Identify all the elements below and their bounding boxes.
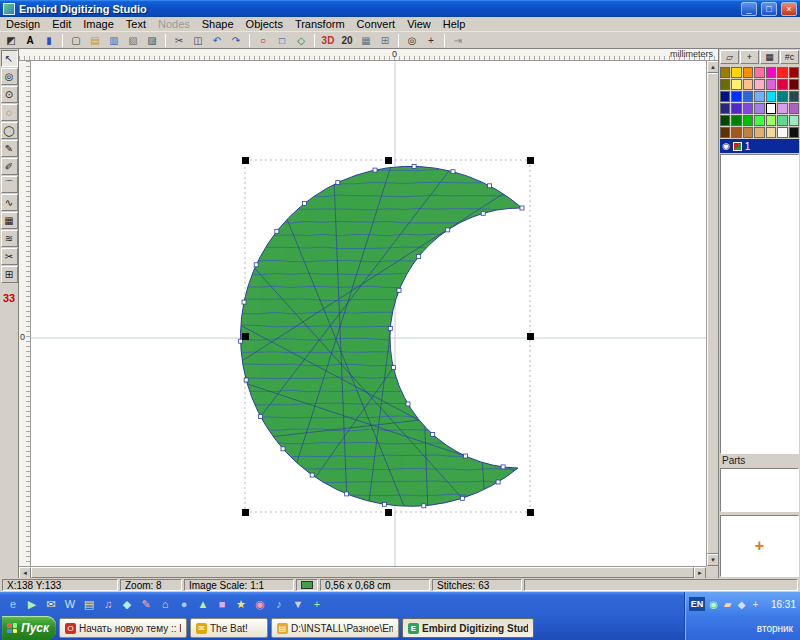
view-3d-icon[interactable]: 3D <box>319 33 337 48</box>
outline-node[interactable] <box>388 327 392 331</box>
selection-handle[interactable] <box>385 509 392 516</box>
outline-node[interactable] <box>412 164 416 168</box>
outline-node[interactable] <box>275 229 279 233</box>
print-icon[interactable]: ▨ <box>143 33 161 48</box>
knife-icon[interactable]: ✂ <box>1 248 18 265</box>
palette-swatch[interactable] <box>789 79 799 90</box>
arc-icon[interactable]: ⌒ <box>1 176 18 193</box>
pan-icon[interactable]: + <box>422 33 440 48</box>
palette-swatch[interactable] <box>720 115 730 126</box>
copy-icon[interactable]: ◫ <box>189 33 207 48</box>
thread-table-icon[interactable]: ▦ <box>760 50 779 64</box>
plus-icon[interactable]: + <box>309 596 325 612</box>
fill-icon[interactable]: ▮ <box>40 33 58 48</box>
outline-node[interactable] <box>303 201 307 205</box>
redo-icon[interactable]: ↷ <box>227 33 245 48</box>
hscroll-thumb[interactable] <box>31 567 694 578</box>
select-arrow-icon[interactable]: ↖ <box>1 50 18 67</box>
parts-list[interactable] <box>720 468 799 512</box>
minimize-button[interactable]: _ <box>741 2 757 16</box>
outline-node[interactable] <box>488 184 492 188</box>
pointer-icon[interactable]: ◩ <box>2 33 20 48</box>
palette-swatch[interactable] <box>777 91 787 102</box>
outline-node[interactable] <box>336 181 340 185</box>
thread-catalog-icon[interactable]: #c <box>780 50 799 64</box>
palette-swatch[interactable] <box>789 91 799 102</box>
palette-swatch[interactable] <box>754 115 764 126</box>
gem-icon[interactable]: ◆ <box>119 596 135 612</box>
outline-node[interactable] <box>244 378 248 382</box>
node-edit-icon[interactable]: ⊞ <box>1 266 18 283</box>
palette-swatch[interactable] <box>777 127 787 138</box>
volume-icon[interactable]: ◆ <box>735 598 748 611</box>
ellipse-icon[interactable]: ○ <box>254 33 272 48</box>
taskbar-task-button[interactable]: ✉The Bat! <box>190 618 268 638</box>
outline-node[interactable] <box>310 473 314 477</box>
cut-icon[interactable]: ✂ <box>170 33 188 48</box>
palette-swatch[interactable] <box>766 67 776 78</box>
axes-icon[interactable]: ⊞ <box>376 33 394 48</box>
outline-node[interactable] <box>422 504 426 508</box>
menu-objects[interactable]: Objects <box>240 17 289 32</box>
export-icon[interactable]: ▧ <box>124 33 142 48</box>
palette-swatch[interactable] <box>720 79 730 90</box>
vertical-scrollbar[interactable]: ▲ ▼ <box>706 61 718 566</box>
selection-handle[interactable] <box>385 157 392 164</box>
object-list-row[interactable]: ◉ 1 <box>720 139 799 153</box>
outline-node[interactable] <box>397 288 401 292</box>
thread-add-icon[interactable]: + <box>740 50 759 64</box>
word-icon[interactable]: W <box>62 596 78 612</box>
network-icon[interactable]: ▰ <box>721 598 734 611</box>
palette-swatch[interactable] <box>789 127 799 138</box>
menu-edit[interactable]: Edit <box>46 17 77 32</box>
palette-swatch[interactable] <box>720 103 730 114</box>
close-button[interactable]: × <box>781 2 797 16</box>
outline-node[interactable] <box>460 496 464 500</box>
palette-swatch[interactable] <box>777 115 787 126</box>
palette-swatch[interactable] <box>720 67 730 78</box>
palette-swatch[interactable] <box>754 79 764 90</box>
box-icon[interactable]: ■ <box>214 596 230 612</box>
palette-swatch[interactable] <box>754 127 764 138</box>
outline-node[interactable] <box>501 465 505 469</box>
selection-handle[interactable] <box>527 333 534 340</box>
selection-handle[interactable] <box>527 509 534 516</box>
rect-icon[interactable]: □ <box>273 33 291 48</box>
start-button[interactable]: Пуск <box>2 616 56 640</box>
menu-image[interactable]: Image <box>77 17 120 32</box>
palette-swatch[interactable] <box>754 91 764 102</box>
palette-swatch[interactable] <box>766 103 776 114</box>
palette-swatch[interactable] <box>777 103 787 114</box>
taskbar-task-button[interactable]: EEmbird Digitizing Stud... <box>402 618 534 638</box>
outline-node[interactable] <box>281 447 285 451</box>
design-canvas[interactable] <box>31 61 706 566</box>
palette-swatch[interactable] <box>720 91 730 102</box>
media-icon[interactable]: ▶ <box>24 596 40 612</box>
maximize-button[interactable]: □ <box>761 2 777 16</box>
outline-node[interactable] <box>242 300 246 304</box>
outline-node[interactable] <box>463 454 467 458</box>
selection-handle[interactable] <box>242 157 249 164</box>
open-icon[interactable]: ▤ <box>86 33 104 48</box>
zoom-out-icon[interactable]: ⊙ <box>1 86 18 103</box>
palette-swatch[interactable] <box>766 127 776 138</box>
browser-icon[interactable]: e <box>5 596 21 612</box>
grid-tool-icon[interactable]: ▦ <box>1 212 18 229</box>
lasso-icon[interactable]: ◌ <box>1 104 18 121</box>
clock[interactable]: 16:31 <box>771 599 796 610</box>
palette-swatch[interactable] <box>777 67 787 78</box>
taskbar-task-button[interactable]: ▤D:\INSTALL\Разное\Embird <box>271 618 399 638</box>
palette-swatch[interactable] <box>743 91 753 102</box>
selection-handle[interactable] <box>527 157 534 164</box>
grid-20-icon[interactable]: 20 <box>338 33 356 48</box>
save-icon[interactable]: ▥ <box>105 33 123 48</box>
thread-shape-icon[interactable]: ▱ <box>720 50 739 64</box>
zoom-in-icon[interactable]: ◎ <box>1 68 18 85</box>
outline-node[interactable] <box>383 502 387 506</box>
canvas-area[interactable] <box>31 61 706 566</box>
polygon-icon[interactable]: ◇ <box>292 33 310 48</box>
down-icon[interactable]: ▼ <box>290 596 306 612</box>
text-tool-icon[interactable]: A <box>21 33 39 48</box>
menu-view[interactable]: View <box>401 17 437 32</box>
target-icon[interactable]: ◉ <box>252 596 268 612</box>
